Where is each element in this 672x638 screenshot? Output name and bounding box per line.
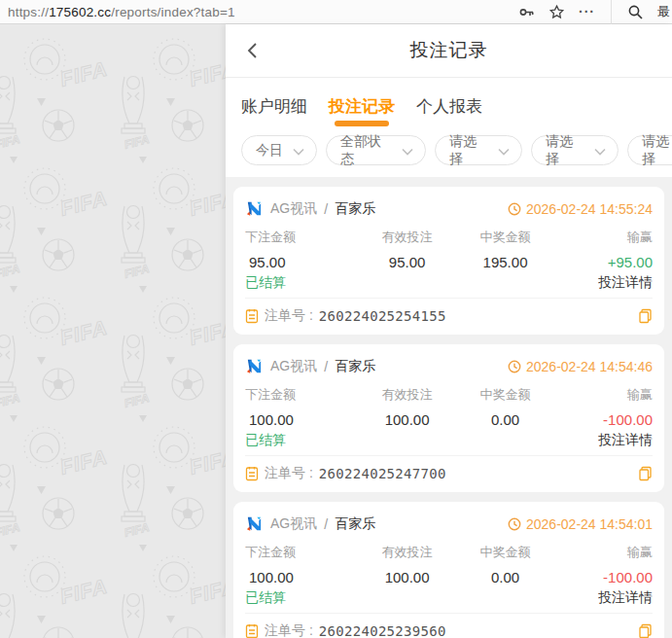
status-row: 已结算 投注详情 [245,430,653,455]
game-name: 百家乐 [335,515,375,533]
filter-select-5[interactable]: 请选择 [627,135,672,165]
profit-label: 输赢 [554,383,653,409]
chevron-down-icon [293,143,304,159]
bet-detail-link[interactable]: 投注详情 [598,274,653,292]
filter-date-select[interactable]: 今日 [241,135,317,165]
order-row: 注单号 : 260224025247700 [245,455,653,492]
bet-record-card: AG视讯 / 百家乐 2026-02-24 14:54:01 下注金额 有效投注… [233,502,664,638]
order-number-value: 260224025247700 [319,466,446,481]
tab-account-detail[interactable]: 账户明细 [241,95,307,131]
back-button[interactable] [243,40,265,61]
filter-select-4[interactable]: 请选择 [531,135,619,165]
copy-icon[interactable] [638,623,653,638]
page-title: 投注记录 [410,38,488,63]
status-row: 已结算 投注详情 [245,587,653,613]
valid-bet-label: 有效投注 [358,226,456,252]
reports-panel: 投注记录 账户明细 投注记录 个人报表 今日 全部状态 请选择 请选择 [226,24,672,638]
star-icon[interactable] [548,4,565,20]
order-row: 注单号 : 260224025239560 [245,613,653,638]
provider-name: AG视讯 [270,358,317,375]
tab-personal-report[interactable]: 个人报表 [416,95,482,131]
valid-bet-label: 有效投注 [358,383,456,409]
card-header: AG视讯 / 百家乐 2026-02-24 14:55:24 [245,196,653,226]
filter-select-3[interactable]: 请选择 [435,135,522,165]
screen: https://175602.cc/reports/index?tab=1 ··… [0,0,672,638]
profit-label: 输赢 [554,226,653,252]
win-amount-label: 中奖金额 [456,383,554,409]
order-note-icon [245,308,259,324]
separator: / [324,516,328,532]
valid-bet-value: 100.00 [358,409,456,430]
provider-name: AG视讯 [270,200,317,218]
win-amount-label: 中奖金额 [456,541,554,567]
profit-label: 输赢 [554,541,653,567]
separator: / [324,201,328,217]
url-text[interactable]: https://175602.cc/reports/index?tab=1 [8,5,235,19]
chevron-down-icon [594,143,606,159]
provider-name: AG视讯 [270,515,317,533]
bet-amount-label: 下注金额 [245,383,358,409]
tab-bet-records[interactable]: 投注记录 [329,95,395,131]
profit-value: +95.00 [554,252,653,272]
toolbar-divider [611,0,612,24]
clock-icon [508,202,521,216]
order-number-label: 注单号 : [265,307,313,325]
game-name: 百家乐 [335,200,375,218]
amount-grid: 下注金额 有效投注 中奖金额 输赢 100.00 100.00 0.00 -10… [245,541,653,587]
valid-bet-label: 有效投注 [358,541,456,567]
clock-icon [508,517,521,531]
profit-value: -100.00 [554,567,653,587]
status-row: 已结算 投注详情 [245,272,653,298]
game-name: 百家乐 [335,358,375,375]
bet-amount-value: 100.00 [245,567,358,587]
order-number-value: 260224025239560 [319,623,446,638]
card-header: AG视讯 / 百家乐 2026-02-24 14:54:01 [245,512,653,541]
status-badge: 已结算 [245,432,286,449]
bet-amount-value: 100.00 [245,409,358,430]
key-icon[interactable] [518,4,535,20]
bet-record-list[interactable]: AG视讯 / 百家乐 2026-02-24 14:55:24 下注金额 有效投注… [226,177,672,638]
separator: / [324,359,328,374]
bet-timestamp: 2026-02-24 14:54:46 [508,359,653,374]
bet-timestamp: 2026-02-24 14:55:24 [508,201,653,217]
bet-amount-label: 下注金额 [245,541,358,567]
card-header: AG视讯 / 百家乐 2026-02-24 14:54:46 [245,354,653,383]
order-number-label: 注单号 : [265,465,313,482]
report-tabs: 账户明细 投注记录 个人报表 [226,78,672,131]
ag-provider-logo-icon [245,514,264,533]
win-amount-value: 0.00 [456,567,554,587]
copy-icon[interactable] [638,466,653,481]
order-note-icon [245,623,259,638]
valid-bet-value: 95.00 [358,252,456,272]
status-badge: 已结算 [245,274,286,292]
order-row: 注单号 : 260224025254155 [245,298,653,335]
bet-amount-label: 下注金额 [245,226,358,252]
bet-record-card: AG视讯 / 百家乐 2026-02-24 14:54:46 下注金额 有效投注… [233,344,664,492]
status-badge: 已结算 [245,589,286,607]
bet-record-card: AG视讯 / 百家乐 2026-02-24 14:55:24 下注金额 有效投注… [233,187,664,335]
amount-grid: 下注金额 有效投注 中奖金额 输赢 100.00 100.00 0.00 -10… [245,383,653,430]
browser-address-bar: https://175602.cc/reports/index?tab=1 ··… [0,0,672,24]
filter-bar: 今日 全部状态 请选择 请选择 请选择 [226,131,672,177]
bet-detail-link[interactable]: 投注详情 [598,589,653,607]
win-amount-label: 中奖金额 [456,226,554,252]
amount-grid: 下注金额 有效投注 中奖金额 输赢 95.00 95.00 195.00 +95… [245,226,653,272]
bet-amount-value: 95.00 [245,252,358,272]
more-menu-icon[interactable]: ··· [579,7,595,17]
order-note-icon [245,466,259,481]
copy-icon[interactable] [638,308,653,324]
ag-provider-logo-icon [245,199,264,218]
win-amount-value: 0.00 [456,409,554,430]
valid-bet-value: 100.00 [358,567,456,587]
chevron-down-icon [498,143,510,159]
filter-status-select[interactable]: 全部状态 [326,135,426,165]
ag-provider-logo-icon [245,357,264,375]
fifa-watermark-background: FIFA [0,24,226,638]
page-header: 投注记录 [226,24,672,78]
order-number-value: 260224025254155 [319,308,446,324]
bet-detail-link[interactable]: 投注详情 [598,432,653,449]
bet-timestamp: 2026-02-24 14:54:01 [508,516,653,532]
search-icon[interactable] [627,4,644,20]
chevron-down-icon [402,143,413,159]
browser-extra-label: 最 [657,3,670,20]
